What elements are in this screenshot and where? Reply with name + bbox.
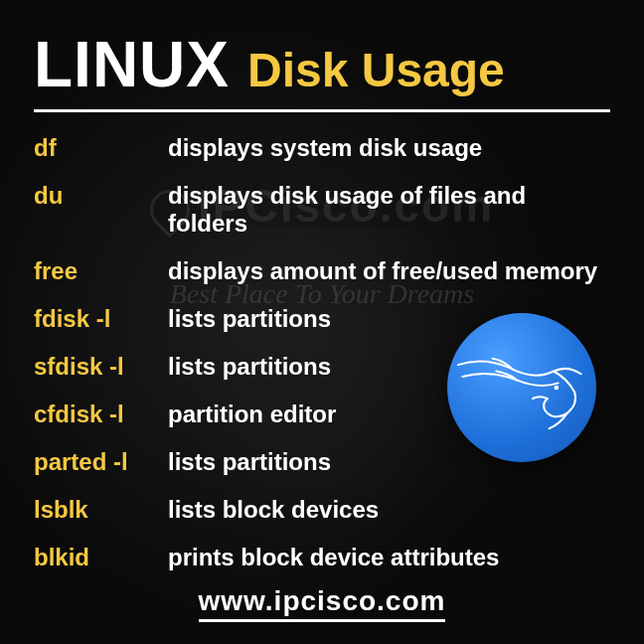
kali-dragon-badge (447, 313, 596, 462)
command-desc: displays amount of free/used memory (168, 257, 597, 285)
command-desc: lists block devices (168, 496, 379, 524)
command-row: df displays system disk usage (34, 134, 610, 162)
command-desc: displays system disk usage (168, 134, 482, 162)
command-row: free displays amount of free/used memory (34, 257, 610, 285)
command-desc: partition editor (168, 401, 336, 428)
command-row: lsblk lists block devices (34, 496, 610, 524)
footer-underline: www.ipcisco.com (199, 585, 446, 622)
command-desc: lists partitions (168, 448, 331, 476)
command-name: df (34, 134, 168, 162)
command-name: parted -l (34, 448, 168, 476)
page-footer: www.ipcisco.com (0, 585, 644, 622)
command-row: blkid prints block device attributes (34, 544, 610, 571)
title-main: LINUX (34, 28, 230, 101)
command-name: fdisk -l (34, 305, 168, 333)
command-name: free (34, 257, 168, 285)
footer-url: www.ipcisco.com (199, 585, 446, 616)
svg-point-0 (555, 386, 560, 391)
command-name: lsblk (34, 496, 168, 524)
header-divider (34, 109, 610, 112)
command-desc: prints block device attributes (168, 544, 499, 571)
command-desc: lists partitions (168, 305, 331, 333)
command-desc: lists partitions (168, 353, 331, 381)
dragon-icon (447, 333, 596, 442)
command-name: sfdisk -l (34, 353, 168, 381)
dragon-circle (447, 313, 596, 462)
command-row: du displays disk usage of files and fold… (34, 182, 610, 238)
command-name: cfdisk -l (34, 401, 168, 428)
command-desc: displays disk usage of files and folders (168, 182, 610, 238)
command-name: du (34, 182, 168, 210)
title-sub: Disk Usage (247, 43, 505, 97)
page-header: LINUX Disk Usage (34, 28, 610, 101)
command-name: blkid (34, 544, 168, 571)
